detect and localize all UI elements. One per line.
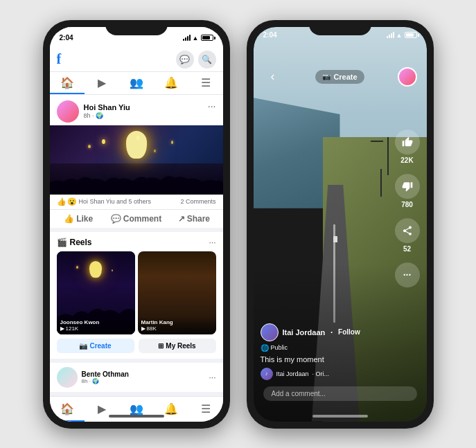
reels-audio-row: ♪ Itai Jordaan · Ori... (261, 368, 385, 380)
comment-label: Comment (123, 214, 161, 224)
fb-myreels-button[interactable]: ⊞ My Reels (139, 339, 216, 353)
signal-bar-2 (185, 37, 186, 41)
fb-screen: 2:04 ▲ f 💬 🔍 (50, 27, 223, 422)
fb-messenger-icon[interactable]: 💬 (176, 51, 194, 69)
reels-options[interactable]: ··· (209, 238, 215, 247)
myreels-label: My Reels (166, 342, 195, 350)
fb-reel-buttons: 📷 Create ⊞ My Reels (57, 339, 216, 353)
more-action[interactable]: ··· (395, 262, 420, 287)
reaction-text: Hoi Shan Yiu and 5 others (79, 198, 152, 205)
fb-bottom-home[interactable]: 🏠 (50, 397, 85, 422)
fb-nav-people[interactable]: 👥 (119, 72, 154, 94)
battery-right (405, 32, 417, 38)
fb-nav-notification[interactable]: 🔔 (154, 72, 188, 94)
user-avatar-top[interactable] (398, 67, 417, 87)
reels-icon: 🎬 (57, 238, 67, 247)
signal-bars (183, 35, 191, 41)
left-phone: 2:04 ▲ f 💬 🔍 (43, 20, 230, 429)
reel-1-light-2 (112, 269, 113, 271)
wifi-icon-right: ▲ (396, 32, 403, 39)
fb-header-row: f 💬 🔍 (57, 51, 216, 69)
reel-2-play-icon: ▶ (141, 325, 146, 332)
more-action-icon: ··· (395, 262, 420, 287)
create-camera-icon: 📷 (79, 342, 87, 350)
audio-suffix: · Ori... (312, 370, 330, 377)
camera-icon: 📷 (322, 73, 330, 80)
reel-1-views: ▶ 121K (60, 325, 132, 332)
like-emoji: 👍 (57, 197, 67, 206)
reel-2-views-count: 88K (147, 325, 157, 332)
fb-post2-left: Bente Othman 8h · 🌍 (57, 367, 129, 388)
notch-right (309, 20, 371, 35)
fb-post-1-image (50, 125, 223, 195)
reel-1-name: Joonseo Kwon (60, 319, 132, 325)
fb-post-1-reactions: 👍 😮 Hoi Shan Yiu and 5 others 2 Comments (50, 195, 223, 210)
fb-post2-options[interactable]: ··· (209, 373, 215, 382)
signal-bar-r3 (391, 33, 392, 38)
fb-reels-title: 🎬 Reels (57, 238, 92, 247)
right-phone: 2:04 ▲ ‹ 📷 Create (247, 20, 434, 429)
share-button[interactable]: ↗ Share (165, 211, 222, 226)
battery-fill (202, 36, 210, 39)
create-button[interactable]: 📷 Create (315, 70, 364, 84)
status-icons-right: ▲ (387, 32, 417, 39)
comment-input[interactable]: Add a comment... (263, 386, 417, 401)
fb-search-icon[interactable]: 🔍 (198, 51, 216, 69)
fb-post-1-info: Hoi Shan Yiu 8h · 🌍 (84, 103, 130, 119)
fb-post2-name: Bente Othman (82, 370, 129, 378)
status-icons-left: ▲ (183, 35, 213, 42)
lantern-4 (154, 150, 156, 152)
share-icon (402, 225, 413, 236)
like-action[interactable]: 22K (395, 129, 420, 164)
fb-nav-menu[interactable]: ☰ (188, 72, 223, 94)
reel-thumb-2[interactable]: Martin Kang ▶ 88K (138, 251, 216, 334)
fb-bottom-bell[interactable]: 🔔 (154, 397, 188, 422)
signal-bar-4 (189, 35, 191, 41)
reel-2-info: Martin Kang ▶ 88K (138, 316, 216, 334)
like-action-icon (395, 129, 420, 154)
like-button[interactable]: 👍 Like (50, 211, 107, 226)
fb-post-1-name: Hoi Shan Yiu (84, 103, 130, 111)
fb-create-reel-button[interactable]: 📷 Create (57, 339, 134, 353)
love-emoji: 😮 (67, 197, 77, 206)
lantern-2 (88, 145, 91, 148)
reels-user-name: Itai Jordaan (283, 328, 326, 337)
fb-nav-video[interactable]: ▶ (85, 72, 119, 94)
myreels-grid-icon: ⊞ (158, 342, 164, 350)
fb-post-1-options[interactable]: ··· (208, 100, 216, 111)
fb-logo: f (57, 51, 62, 67)
follow-button[interactable]: Follow (338, 328, 360, 336)
fb-post-1-author-row: Hoi Shan Yiu 8h · 🌍 (57, 100, 130, 123)
reaction-emojis: 👍 😮 (57, 197, 77, 206)
signal-bar-3 (187, 36, 188, 41)
like-count: 22K (400, 156, 413, 164)
dislike-count: 780 (401, 201, 413, 208)
reels-comment-bar: Add a comment... (254, 382, 427, 405)
signal-bar-r2 (389, 35, 390, 38)
fb-bottom-video[interactable]: ▶ (85, 397, 119, 422)
reel-2-views: ▶ 88K (141, 325, 213, 332)
battery (201, 35, 213, 41)
like-label: Like (76, 214, 93, 224)
share-action[interactable]: 52 (395, 218, 420, 253)
signal-bar-r1 (387, 36, 388, 38)
fb-bottom-people[interactable]: 👥 (119, 397, 154, 422)
reel-thumb-1[interactable]: Joonseo Kwon ▶ 121K (57, 251, 135, 334)
comment-button[interactable]: 💬 Comment (107, 211, 165, 226)
reels-user-row: Itai Jordaan • Follow (261, 323, 385, 341)
reels-title-text: Reels (70, 238, 92, 247)
crowd-area (50, 170, 223, 195)
wifi-icon: ▲ (193, 35, 199, 42)
fb-post-1-meta: 8h · 🌍 (84, 112, 130, 119)
reels-public-row: 🌐 Public (261, 344, 385, 352)
back-button[interactable]: ‹ (263, 67, 283, 87)
create-label: Create (333, 73, 357, 81)
fb-header: f 💬 🔍 (50, 46, 223, 72)
dislike-action[interactable]: 780 (395, 174, 420, 208)
fb-nav-home[interactable]: 🏠 (50, 72, 85, 94)
fb-header-icons: 💬 🔍 (176, 51, 216, 69)
fb-bottom-menu[interactable]: ☰ (188, 397, 223, 422)
globe-icon: 🌐 (261, 344, 269, 352)
fb-reels-header: 🎬 Reels ··· (57, 238, 216, 247)
reels-top-bar: ‹ 📷 Create (254, 44, 427, 92)
